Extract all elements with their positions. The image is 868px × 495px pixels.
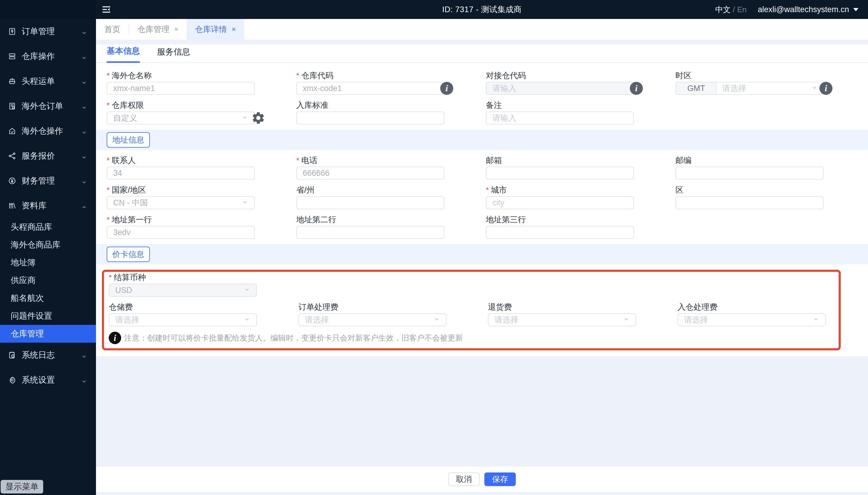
open-tab-0[interactable]: 首页 [96,19,128,40]
sidebar-item-top-7[interactable]: 资料库 [0,193,96,218]
house-check-icon [8,127,16,135]
sidebar-subitem-0[interactable]: 头程商品库 [0,218,96,236]
open-tab-2[interactable]: 仓库详情× [187,19,244,40]
form-field: 地址第三行 [486,215,634,239]
field-label: 邮箱 [486,155,634,165]
sidebar: 订单管理仓库操作头程运单海外仓订单海外仓操作服务报价财务管理资料库头程商品库海外… [0,0,96,495]
field-label: 时区 [675,71,823,81]
select-field[interactable]: 请选择 [109,313,257,326]
select-field[interactable]: 自定义 [107,112,255,124]
open-tab-1[interactable]: 仓库管理× [129,19,187,40]
chevron-down-icon [81,29,87,34]
chevron-down-icon [81,377,87,383]
form-field: 邮箱 [486,155,634,180]
input-field[interactable]: 34 [107,167,255,180]
input-field[interactable]: xmx-name1 [107,82,255,95]
select-field[interactable]: 请选择 [677,313,826,326]
sidebar-item-top-2[interactable]: 头程运单 [0,69,96,94]
select-field[interactable]: CN - 中国 [107,196,255,209]
sidebar-subitem-1[interactable]: 海外仓商品库 [0,236,96,254]
subtab-1[interactable]: 服务信息 [157,46,190,62]
form-field: 海外仓名称xmx-name1 [107,71,255,95]
form-field: 仓库权限自定义 [107,100,255,124]
sidebar-subitem-3[interactable]: 供应商 [0,272,96,289]
sidebar-subitem-6-active[interactable]: 仓库管理 [0,325,96,343]
select-field[interactable]: 请选择 [488,313,636,326]
empty-cell [488,272,636,297]
close-tab-icon[interactable]: × [174,25,178,34]
sidebar-item-top-3[interactable]: 海外仓订单 [0,94,96,119]
field-label: 结算币种 [109,272,257,283]
sidebar-item-top-0[interactable]: 订单管理 [0,19,96,44]
section-tag[interactable]: 价卡信息 [107,246,150,262]
document-tag-icon [8,102,16,110]
input-field[interactable]: 请输入 [486,112,634,124]
sidebar-item-top-4[interactable]: 海外仓操作 [0,119,96,143]
input-field[interactable]: 666666 [296,167,444,180]
input-field[interactable] [486,167,634,180]
chevron-down-icon [813,315,819,325]
sidebar-item-top-1[interactable]: 仓库操作 [0,44,96,69]
input-field[interactable] [486,226,634,239]
info-icon[interactable]: i [819,82,832,95]
library-icon [8,202,16,210]
form-field: 地址第二行 [296,215,444,239]
form-field: 退货费请选择 [488,302,636,326]
field-label: 退货费 [488,302,636,312]
chevron-down-icon [244,315,250,325]
warehouse-trays-icon [8,52,16,61]
info-icon[interactable]: i [630,82,643,95]
field-value: 请选择 [305,314,329,325]
field-label: 仓库权限 [107,100,255,110]
field-value: 666666 [303,169,330,178]
notice-text: 注意：创建时可以将价卡批量配给发货人。编辑时，变更价卡只会对新客户生效，旧客户不… [124,333,463,343]
sidebar-item-bottom-0[interactable]: 系统日志 [0,343,96,368]
input-field[interactable] [296,196,444,209]
topbar: ID: 7317 - 测试集成商 中文 / En alexli@walltech… [0,0,868,19]
sidebar-subitem-4[interactable]: 船名航次 [0,289,96,307]
cancel-button[interactable]: 取消 [448,473,480,486]
sidebar-subitem-5[interactable]: 问题件设置 [0,307,96,325]
sidebar-subitem-2[interactable]: 地址簿 [0,254,96,272]
form-field: 订单处理费请选择 [298,302,446,326]
input-field[interactable] [296,226,444,239]
subtab-0[interactable]: 基本信息 [107,45,140,63]
main-content: 首页仓库管理×仓库详情× 基本信息服务信息 海外仓名称xmx-name1仓库代码… [96,0,868,495]
sidebar-item-top-5[interactable]: 服务报价 [0,143,96,168]
form-field: 仓储费请选择 [109,302,257,326]
select-value[interactable]: 请选择 [717,82,823,94]
user-account-menu[interactable]: alexli@walltechsystem.cn [758,5,858,14]
yen-circle-icon [8,177,16,185]
chevron-down-icon [81,103,87,109]
input-field[interactable]: 3edv [107,226,255,239]
input-field[interactable]: xmx-code1 [296,82,444,95]
form-row: 海外仓名称xmx-name1仓库代码xmx-code1i对接仓代码请输入i时区G… [107,71,857,95]
sidebar-item-label: 财务管理 [22,175,55,186]
input-field[interactable] [296,112,444,124]
field-label: 电话 [296,155,444,165]
select-field[interactable]: 请选择 [298,313,446,326]
permission-settings-gear-icon[interactable] [251,111,265,125]
show-menu-tooltip[interactable]: 显示菜单 [1,480,43,494]
form-row: 仓储费请选择订单处理费请选择退货费请选择入仓处理费请选择 [109,302,839,326]
form-row: 结算币种USD [109,272,839,297]
language-switcher[interactable]: 中文 / En [715,4,746,15]
field-label: 国家/地区 [107,185,255,195]
field-label: 区 [675,185,823,195]
close-tab-icon[interactable]: × [232,25,236,34]
section-band: 地址信息 [96,130,868,150]
input-field: 请输入 [486,82,634,95]
form-field: 备注请输入 [486,100,634,124]
sidebar-item-top-6[interactable]: 财务管理 [0,168,96,193]
timezone-compound-select[interactable]: GMT请选择 [675,82,823,95]
form-field: 入库标准 [296,100,444,124]
input-field[interactable] [675,196,823,209]
sidebar-item-label: 订单管理 [22,26,55,37]
info-icon[interactable]: i [440,82,453,95]
save-button[interactable]: 保存 [484,473,516,486]
section-tag[interactable]: 地址信息 [107,132,150,148]
input-field[interactable] [675,167,823,180]
sidebar-item-bottom-1[interactable]: 系统设置 [0,368,96,392]
sidebar-item-label: 系统日志 [22,349,55,361]
input-field[interactable]: city [486,196,634,209]
